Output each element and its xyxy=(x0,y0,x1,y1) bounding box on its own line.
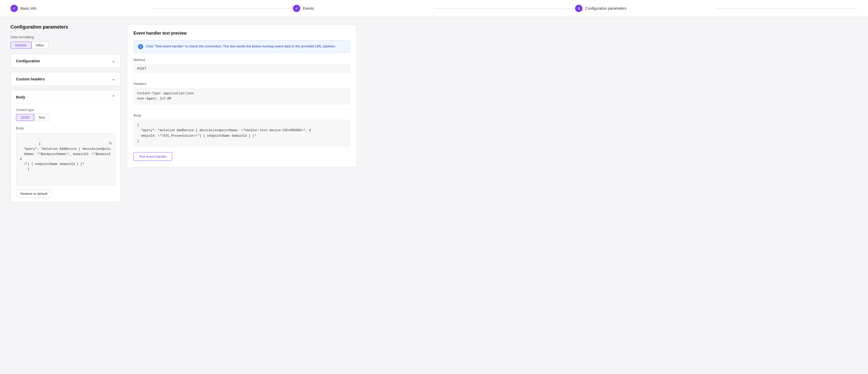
custom-headers-accordion: Custom headers ⌄ xyxy=(10,72,121,86)
configuration-accordion-label: Configuration xyxy=(16,59,40,63)
info-text: Click "Test event handler" to check the … xyxy=(146,44,336,49)
step-connector-1 xyxy=(152,8,293,9)
restore-default-button[interactable]: Restore to default xyxy=(16,190,52,198)
body-code-area: { "query": "mutation AddDevice { devices… xyxy=(16,133,115,185)
step-config-params-icon: 3 xyxy=(575,5,582,12)
body-chevron-up-icon: ⌃ xyxy=(112,95,115,100)
data-formatting-toggle: Generic Influx xyxy=(10,42,121,49)
body-preview-code: { "query": "mutation AddDevice { devices… xyxy=(133,120,350,147)
custom-headers-accordion-label: Custom headers xyxy=(16,77,45,81)
custom-headers-accordion-header[interactable]: Custom headers ⌄ xyxy=(11,72,120,86)
info-banner: i Click "Test event handler" to check th… xyxy=(133,40,350,53)
configuration-accordion: Configuration ⌄ xyxy=(10,54,121,68)
toggle-influx[interactable]: Influx xyxy=(31,42,49,49)
step-events-label: Events xyxy=(303,6,314,10)
headers-label: Headers xyxy=(133,82,350,86)
headers-code: Content-Type: application/json User-Agen… xyxy=(133,88,350,105)
toggle-json[interactable]: JSON xyxy=(16,114,34,121)
right-panel: Event handler test preview i Click "Test… xyxy=(127,24,356,202)
content-type-label: Content type xyxy=(16,108,115,112)
preview-card: Event handler test preview i Click "Test… xyxy=(127,24,356,167)
body-accordion: Body ⌃ Content type JSON Text Body { "qu… xyxy=(10,90,121,202)
preview-title: Event handler test preview xyxy=(133,31,350,36)
body-accordion-header[interactable]: Body ⌃ xyxy=(11,90,120,104)
step-connector-3 xyxy=(716,8,858,9)
test-event-handler-button[interactable]: Test event handler xyxy=(133,152,172,161)
edit-body-button[interactable]: ✎ xyxy=(95,136,112,150)
page-title: Configuration parameters xyxy=(10,24,121,30)
method-value: POST xyxy=(133,64,350,73)
toggle-text[interactable]: Text xyxy=(34,114,49,121)
stepper: Basic info Events 3 Configuration parame… xyxy=(0,0,868,17)
left-panel: Configuration parameters Data formatting… xyxy=(10,24,121,202)
toggle-generic[interactable]: Generic xyxy=(10,42,31,49)
step-config-params[interactable]: 3 Configuration parameters xyxy=(575,5,716,12)
configuration-accordion-header[interactable]: Configuration ⌄ xyxy=(11,54,120,68)
step-connector-2 xyxy=(434,8,575,9)
pencil-icon: ✎ xyxy=(109,141,112,146)
step-config-params-label: Configuration parameters xyxy=(585,6,626,10)
step-events[interactable]: Events xyxy=(293,5,434,12)
step-events-icon xyxy=(293,5,300,12)
method-label: Method xyxy=(133,58,350,62)
data-formatting-label: Data formatting xyxy=(10,35,121,39)
content-type-toggle: JSON Text xyxy=(16,114,115,121)
custom-headers-chevron-down-icon: ⌄ xyxy=(112,76,115,81)
configuration-chevron-down-icon: ⌄ xyxy=(112,58,115,63)
body-preview-label: Body xyxy=(133,113,350,117)
step-basic-info-icon xyxy=(10,5,18,12)
main-content: Configuration parameters Data formatting… xyxy=(0,17,367,209)
info-icon: i xyxy=(138,44,143,49)
body-code-label: Body xyxy=(16,126,115,130)
body-accordion-content: Content type JSON Text Body { "query": "… xyxy=(11,104,120,202)
step-basic-info-label: Basic info xyxy=(21,6,36,10)
step-basic-info[interactable]: Basic info xyxy=(10,5,152,12)
body-accordion-label: Body xyxy=(16,95,25,99)
